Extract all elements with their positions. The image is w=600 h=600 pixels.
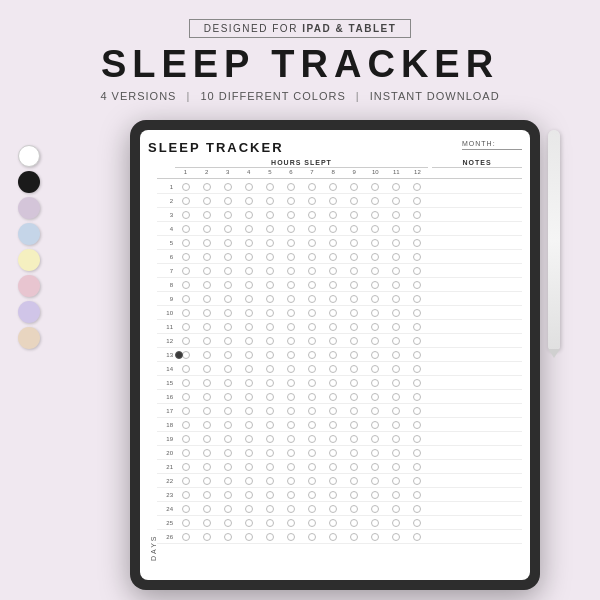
hour-circle[interactable] [308,421,316,429]
swatch-black[interactable] [18,171,40,193]
hour-circle[interactable] [245,281,253,289]
hour-circle[interactable] [287,351,295,359]
hour-circle[interactable] [350,407,358,415]
hour-circle[interactable] [308,211,316,219]
hour-circle[interactable] [266,309,274,317]
hour-circle[interactable] [329,351,337,359]
hour-circle[interactable] [182,393,190,401]
hour-circle[interactable] [224,519,232,527]
hour-circle[interactable] [224,337,232,345]
hour-circle[interactable] [350,295,358,303]
hour-circle[interactable] [266,351,274,359]
hour-circle[interactable] [371,281,379,289]
hour-circle[interactable] [371,533,379,541]
hour-circle[interactable] [224,183,232,191]
hour-circle[interactable] [392,519,400,527]
note-area[interactable] [432,250,522,264]
hour-circle[interactable] [308,309,316,317]
hour-circle[interactable] [392,323,400,331]
note-area[interactable] [432,334,522,348]
hour-circle[interactable] [371,309,379,317]
hour-circle[interactable] [350,309,358,317]
hour-circle[interactable] [413,295,421,303]
hour-circle[interactable] [371,267,379,275]
note-area[interactable] [432,432,522,446]
note-area[interactable] [432,180,522,194]
hour-circle[interactable] [266,267,274,275]
hour-circle[interactable] [392,309,400,317]
hour-circle[interactable] [350,239,358,247]
hour-circle[interactable] [329,337,337,345]
hour-circle[interactable] [287,477,295,485]
hour-circle[interactable] [245,519,253,527]
hour-circle[interactable] [308,435,316,443]
hour-circle[interactable] [287,253,295,261]
hour-circle[interactable] [245,393,253,401]
hour-circle[interactable] [413,435,421,443]
hour-circle[interactable] [413,393,421,401]
hour-circle[interactable] [245,435,253,443]
hour-circle[interactable] [392,183,400,191]
swatch-yellow[interactable] [18,249,40,271]
hour-circle[interactable] [245,407,253,415]
hour-circle[interactable] [245,337,253,345]
hour-circle[interactable] [182,225,190,233]
hour-circle[interactable] [245,365,253,373]
hour-circle[interactable] [266,505,274,513]
hour-circle[interactable] [224,281,232,289]
hour-circle[interactable] [203,449,211,457]
hour-circle[interactable] [182,323,190,331]
hour-circle[interactable] [329,463,337,471]
hour-circle[interactable] [266,449,274,457]
hour-circle[interactable] [182,197,190,205]
hour-circle[interactable] [308,295,316,303]
hour-circle[interactable] [371,239,379,247]
hour-circle[interactable] [182,267,190,275]
hour-circle[interactable] [350,337,358,345]
hour-circle[interactable] [287,267,295,275]
note-area[interactable] [432,502,522,516]
hour-circle[interactable] [224,253,232,261]
hour-circle[interactable] [266,183,274,191]
hour-circle[interactable] [392,253,400,261]
note-area[interactable] [432,306,522,320]
hour-circle[interactable] [287,421,295,429]
hour-circle[interactable] [203,365,211,373]
hour-circle[interactable] [203,309,211,317]
hour-circle[interactable] [287,519,295,527]
hour-circle[interactable] [266,393,274,401]
hour-circle[interactable] [287,337,295,345]
hour-circle[interactable] [287,197,295,205]
hour-circle[interactable] [182,449,190,457]
hour-circle[interactable] [308,505,316,513]
hour-circle[interactable] [266,407,274,415]
hour-circle[interactable] [371,253,379,261]
hour-circle[interactable] [308,407,316,415]
hour-circle[interactable] [182,533,190,541]
hour-circle[interactable] [329,183,337,191]
hour-circle[interactable] [350,267,358,275]
hour-circle[interactable] [245,323,253,331]
hour-circle[interactable] [203,281,211,289]
hour-circle[interactable] [266,253,274,261]
hour-circle[interactable] [203,379,211,387]
hour-circle[interactable] [203,463,211,471]
hour-circle[interactable] [350,323,358,331]
hour-circle[interactable] [245,197,253,205]
hour-circle[interactable] [203,183,211,191]
note-area[interactable] [432,278,522,292]
hour-circle[interactable] [245,477,253,485]
hour-circle[interactable] [413,337,421,345]
note-area[interactable] [432,194,522,208]
hour-circle[interactable] [203,267,211,275]
hour-circle[interactable] [224,491,232,499]
hour-circle[interactable] [287,505,295,513]
hour-circle[interactable] [308,337,316,345]
hour-circle[interactable] [413,225,421,233]
hour-circle[interactable] [392,225,400,233]
hour-circle[interactable] [224,477,232,485]
hour-circle[interactable] [203,491,211,499]
note-area[interactable] [432,418,522,432]
hour-circle[interactable] [182,295,190,303]
hour-circle[interactable] [329,365,337,373]
